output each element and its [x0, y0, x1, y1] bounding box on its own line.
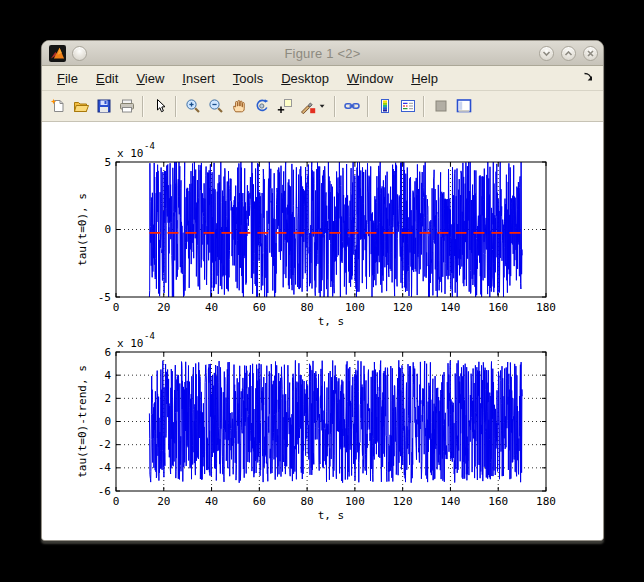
rotate-3d-icon[interactable] — [250, 95, 273, 118]
menu-view[interactable]: View — [127, 69, 173, 88]
brush-dropdown-icon[interactable] — [319, 95, 330, 118]
menu-edit[interactable]: Edit — [87, 69, 127, 88]
zoom-out-icon[interactable] — [204, 95, 227, 118]
svg-text:0: 0 — [113, 301, 120, 314]
svg-text:x 10: x 10 — [117, 337, 144, 350]
figure-canvas: 020406080100120140160180-505x 10-4t, sta… — [42, 122, 603, 545]
menu-window[interactable]: Window — [338, 69, 402, 88]
insert-legend-icon[interactable] — [396, 95, 419, 118]
svg-text:20: 20 — [157, 301, 170, 314]
svg-text:tau(t=0), s: tau(t=0), s — [76, 193, 89, 266]
close-button[interactable] — [583, 46, 598, 61]
minimize-button[interactable] — [539, 46, 554, 61]
svg-text:5: 5 — [104, 156, 111, 169]
svg-text:160: 160 — [488, 495, 508, 508]
svg-text:140: 140 — [441, 301, 461, 314]
maximize-button[interactable] — [561, 46, 576, 61]
menu-insert[interactable]: Insert — [173, 69, 224, 88]
toolbar-separator — [334, 96, 336, 117]
svg-text:140: 140 — [441, 495, 461, 508]
svg-text:120: 120 — [393, 301, 413, 314]
new-figure-icon[interactable] — [46, 95, 69, 118]
svg-text:-2: -2 — [98, 438, 111, 451]
svg-text:x 10: x 10 — [117, 147, 144, 160]
svg-text:-4: -4 — [98, 461, 112, 474]
svg-text:80: 80 — [300, 495, 313, 508]
toolbar-separator — [367, 96, 369, 117]
show-plot-tools-icon[interactable] — [452, 95, 475, 118]
figure-toolbar — [42, 91, 603, 122]
link-plot-icon[interactable] — [340, 95, 363, 118]
svg-text:100: 100 — [345, 301, 365, 314]
menu-file[interactable]: File — [48, 69, 87, 88]
svg-text:4: 4 — [104, 369, 111, 382]
brush-data-icon[interactable] — [296, 95, 319, 118]
svg-text:60: 60 — [253, 301, 266, 314]
svg-text:160: 160 — [488, 301, 508, 314]
hide-plot-tools-icon[interactable] — [429, 95, 452, 118]
svg-text:120: 120 — [393, 495, 413, 508]
svg-text:180: 180 — [536, 495, 556, 508]
menu-help[interactable]: Help — [402, 69, 447, 88]
svg-text:40: 40 — [205, 495, 218, 508]
svg-text:20: 20 — [157, 495, 170, 508]
svg-text:-6: -6 — [98, 485, 111, 498]
svg-text:60: 60 — [253, 495, 266, 508]
figure-background: 020406080100120140160180-505x 10-4t, sta… — [42, 122, 603, 540]
svg-text:2: 2 — [104, 392, 111, 405]
toolbar-separator — [175, 96, 177, 117]
shade-button[interactable] — [72, 46, 87, 61]
svg-text:t, s: t, s — [318, 509, 345, 522]
data-cursor-icon[interactable] — [273, 95, 296, 118]
svg-text:tau(t=0)-trend, s: tau(t=0)-trend, s — [76, 365, 89, 478]
dock-figure-arrow-icon[interactable] — [581, 70, 595, 88]
menu-desktop[interactable]: Desktop — [272, 69, 338, 88]
svg-text:6: 6 — [104, 346, 111, 359]
svg-text:-5: -5 — [98, 291, 111, 304]
toolbar-separator — [142, 96, 144, 117]
pan-hand-icon[interactable] — [227, 95, 250, 118]
save-figure-icon[interactable] — [92, 95, 115, 118]
menu-tools[interactable]: Tools — [224, 69, 272, 88]
open-file-icon[interactable] — [69, 95, 92, 118]
svg-text:100: 100 — [345, 495, 365, 508]
window-titlebar[interactable]: Figure 1 <2> — [42, 41, 603, 66]
svg-text:40: 40 — [205, 301, 218, 314]
menu-bar: FileEditViewInsertToolsDesktopWindowHelp — [42, 66, 603, 91]
svg-text:80: 80 — [300, 301, 313, 314]
svg-text:-4: -4 — [144, 141, 155, 151]
zoom-in-icon[interactable] — [181, 95, 204, 118]
window-title: Figure 1 <2> — [42, 46, 603, 61]
matlab-logo-icon — [49, 45, 66, 62]
svg-text:0: 0 — [104, 223, 111, 236]
svg-text:180: 180 — [536, 301, 556, 314]
print-figure-icon[interactable] — [115, 95, 138, 118]
figure-window: Figure 1 <2> FileEditViewInsertToolsDesk… — [41, 40, 604, 541]
svg-text:0: 0 — [104, 415, 111, 428]
edit-plot-pointer-icon[interactable] — [148, 95, 171, 118]
svg-text:0: 0 — [113, 495, 120, 508]
insert-colorbar-icon[interactable] — [373, 95, 396, 118]
toolbar-separator — [423, 96, 425, 117]
svg-text:-4: -4 — [144, 331, 155, 341]
svg-text:t, s: t, s — [318, 315, 345, 328]
